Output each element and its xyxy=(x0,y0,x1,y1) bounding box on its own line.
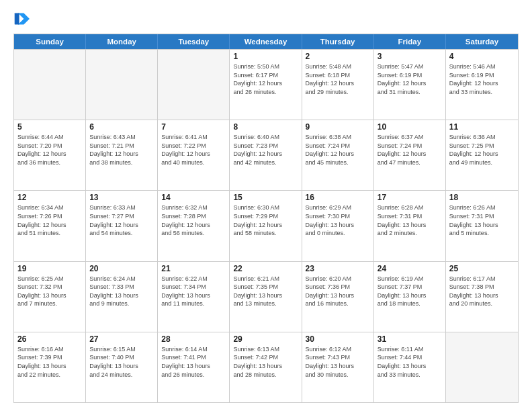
calendar-row-4: 26Sunrise: 6:16 AM Sunset: 7:39 PM Dayli… xyxy=(14,332,518,402)
day-number: 4 xyxy=(449,52,515,61)
calendar-cell-4-1: 27Sunrise: 6:15 AM Sunset: 7:40 PM Dayli… xyxy=(86,332,158,402)
cell-info: Sunrise: 6:16 AM Sunset: 7:39 PM Dayligh… xyxy=(17,345,82,379)
calendar: SundayMondayTuesdayWednesdayThursdayFrid… xyxy=(13,34,519,403)
day-number: 6 xyxy=(89,122,154,132)
cell-info: Sunrise: 6:11 AM Sunset: 7:44 PM Dayligh… xyxy=(378,345,442,379)
day-number: 10 xyxy=(378,122,442,132)
calendar-cell-2-5: 17Sunrise: 6:28 AM Sunset: 7:31 PM Dayli… xyxy=(374,191,446,261)
cell-info: Sunrise: 6:43 AM Sunset: 7:21 PM Dayligh… xyxy=(89,133,154,167)
day-number: 13 xyxy=(89,193,154,202)
day-number: 8 xyxy=(233,122,298,132)
day-number: 17 xyxy=(378,193,442,202)
day-number: 22 xyxy=(233,264,298,273)
calendar-cell-1-4: 9Sunrise: 6:38 AM Sunset: 7:24 PM Daylig… xyxy=(302,120,374,190)
svg-marker-0 xyxy=(18,13,30,24)
calendar-cell-1-2: 7Sunrise: 6:41 AM Sunset: 7:22 PM Daylig… xyxy=(158,120,230,190)
day-number: 18 xyxy=(449,193,515,202)
calendar-body: 1Sunrise: 5:50 AM Sunset: 6:17 PM Daylig… xyxy=(14,49,518,402)
cell-info: Sunrise: 6:38 AM Sunset: 7:24 PM Dayligh… xyxy=(306,133,370,167)
day-number: 15 xyxy=(233,193,298,202)
day-number: 5 xyxy=(17,122,82,132)
weekday-header-tuesday: Tuesday xyxy=(158,34,230,49)
cell-info: Sunrise: 5:50 AM Sunset: 6:17 PM Dayligh… xyxy=(233,62,298,96)
cell-info: Sunrise: 6:29 AM Sunset: 7:30 PM Dayligh… xyxy=(306,203,370,237)
weekday-header-monday: Monday xyxy=(86,34,158,49)
calendar-cell-0-6: 4Sunrise: 5:46 AM Sunset: 6:19 PM Daylig… xyxy=(446,50,518,120)
cell-info: Sunrise: 6:22 AM Sunset: 7:34 PM Dayligh… xyxy=(161,275,226,308)
calendar-cell-4-2: 28Sunrise: 6:14 AM Sunset: 7:41 PM Dayli… xyxy=(158,332,230,402)
cell-info: Sunrise: 6:34 AM Sunset: 7:26 PM Dayligh… xyxy=(17,203,82,237)
calendar-cell-2-1: 13Sunrise: 6:33 AM Sunset: 7:27 PM Dayli… xyxy=(86,191,158,261)
day-number: 23 xyxy=(306,264,370,273)
calendar-cell-1-1: 6Sunrise: 6:43 AM Sunset: 7:21 PM Daylig… xyxy=(86,120,158,190)
cell-info: Sunrise: 6:14 AM Sunset: 7:41 PM Dayligh… xyxy=(161,345,226,379)
logo-icon xyxy=(13,11,30,27)
calendar-cell-3-6: 25Sunrise: 6:17 AM Sunset: 7:38 PM Dayli… xyxy=(446,262,518,332)
weekday-header-sunday: Sunday xyxy=(14,34,86,49)
calendar-cell-0-2 xyxy=(158,50,230,120)
svg-rect-1 xyxy=(15,13,19,24)
day-number: 2 xyxy=(306,52,370,61)
cell-info: Sunrise: 6:21 AM Sunset: 7:35 PM Dayligh… xyxy=(233,275,298,308)
calendar-cell-3-0: 19Sunrise: 6:25 AM Sunset: 7:32 PM Dayli… xyxy=(14,262,86,332)
cell-info: Sunrise: 6:41 AM Sunset: 7:22 PM Dayligh… xyxy=(161,133,226,167)
cell-info: Sunrise: 6:15 AM Sunset: 7:40 PM Dayligh… xyxy=(89,345,154,379)
calendar-cell-1-5: 10Sunrise: 6:37 AM Sunset: 7:24 PM Dayli… xyxy=(374,120,446,190)
calendar-cell-1-3: 8Sunrise: 6:40 AM Sunset: 7:23 PM Daylig… xyxy=(230,120,302,190)
day-number: 30 xyxy=(306,334,370,344)
day-number: 24 xyxy=(378,264,442,273)
weekday-header-thursday: Thursday xyxy=(302,34,374,49)
day-number: 25 xyxy=(449,264,515,273)
weekday-header-saturday: Saturday xyxy=(446,34,518,49)
calendar-cell-2-0: 12Sunrise: 6:34 AM Sunset: 7:26 PM Dayli… xyxy=(14,191,86,261)
calendar-cell-3-2: 21Sunrise: 6:22 AM Sunset: 7:34 PM Dayli… xyxy=(158,262,230,332)
cell-info: Sunrise: 6:36 AM Sunset: 7:25 PM Dayligh… xyxy=(449,133,515,167)
cell-info: Sunrise: 6:26 AM Sunset: 7:31 PM Dayligh… xyxy=(449,203,515,237)
day-number: 9 xyxy=(306,122,370,132)
calendar-cell-4-4: 30Sunrise: 6:12 AM Sunset: 7:43 PM Dayli… xyxy=(302,332,374,402)
calendar-cell-2-4: 16Sunrise: 6:29 AM Sunset: 7:30 PM Dayli… xyxy=(302,191,374,261)
day-number: 11 xyxy=(449,122,515,132)
page: SundayMondayTuesdayWednesdayThursdayFrid… xyxy=(0,0,532,411)
calendar-cell-0-3: 1Sunrise: 5:50 AM Sunset: 6:17 PM Daylig… xyxy=(230,50,302,120)
cell-info: Sunrise: 6:32 AM Sunset: 7:28 PM Dayligh… xyxy=(161,203,226,237)
day-number: 12 xyxy=(17,193,82,202)
calendar-cell-3-3: 22Sunrise: 6:21 AM Sunset: 7:35 PM Dayli… xyxy=(230,262,302,332)
day-number: 26 xyxy=(17,334,82,344)
logo xyxy=(13,11,32,27)
calendar-cell-2-6: 18Sunrise: 6:26 AM Sunset: 7:31 PM Dayli… xyxy=(446,191,518,261)
cell-info: Sunrise: 5:46 AM Sunset: 6:19 PM Dayligh… xyxy=(449,62,515,96)
calendar-cell-4-0: 26Sunrise: 6:16 AM Sunset: 7:39 PM Dayli… xyxy=(14,332,86,402)
calendar-row-1: 5Sunrise: 6:44 AM Sunset: 7:20 PM Daylig… xyxy=(14,120,518,190)
calendar-cell-0-1 xyxy=(86,50,158,120)
cell-info: Sunrise: 6:40 AM Sunset: 7:23 PM Dayligh… xyxy=(233,133,298,167)
weekday-header-wednesday: Wednesday xyxy=(230,34,302,49)
calendar-cell-3-1: 20Sunrise: 6:24 AM Sunset: 7:33 PM Dayli… xyxy=(86,262,158,332)
day-number: 31 xyxy=(378,334,442,344)
day-number: 7 xyxy=(161,122,226,132)
day-number: 19 xyxy=(17,264,82,273)
cell-info: Sunrise: 6:17 AM Sunset: 7:38 PM Dayligh… xyxy=(449,275,515,308)
day-number: 21 xyxy=(161,264,226,273)
weekday-header-friday: Friday xyxy=(374,34,446,49)
cell-info: Sunrise: 6:13 AM Sunset: 7:42 PM Dayligh… xyxy=(233,345,298,379)
cell-info: Sunrise: 6:28 AM Sunset: 7:31 PM Dayligh… xyxy=(378,203,442,237)
day-number: 1 xyxy=(233,52,298,61)
cell-info: Sunrise: 6:12 AM Sunset: 7:43 PM Dayligh… xyxy=(306,345,370,379)
day-number: 29 xyxy=(233,334,298,344)
calendar-header: SundayMondayTuesdayWednesdayThursdayFrid… xyxy=(14,34,518,49)
cell-info: Sunrise: 5:47 AM Sunset: 6:19 PM Dayligh… xyxy=(378,62,442,96)
cell-info: Sunrise: 5:48 AM Sunset: 6:18 PM Dayligh… xyxy=(306,62,370,96)
calendar-cell-3-4: 23Sunrise: 6:20 AM Sunset: 7:36 PM Dayli… xyxy=(302,262,374,332)
cell-info: Sunrise: 6:44 AM Sunset: 7:20 PM Dayligh… xyxy=(17,133,82,167)
cell-info: Sunrise: 6:25 AM Sunset: 7:32 PM Dayligh… xyxy=(17,275,82,308)
calendar-cell-0-0 xyxy=(14,50,86,120)
cell-info: Sunrise: 6:19 AM Sunset: 7:37 PM Dayligh… xyxy=(378,275,442,308)
day-number: 28 xyxy=(161,334,226,344)
cell-info: Sunrise: 6:24 AM Sunset: 7:33 PM Dayligh… xyxy=(89,275,154,308)
calendar-row-0: 1Sunrise: 5:50 AM Sunset: 6:17 PM Daylig… xyxy=(14,49,518,120)
calendar-cell-1-0: 5Sunrise: 6:44 AM Sunset: 7:20 PM Daylig… xyxy=(14,120,86,190)
cell-info: Sunrise: 6:20 AM Sunset: 7:36 PM Dayligh… xyxy=(306,275,370,308)
day-number: 16 xyxy=(306,193,370,202)
calendar-cell-4-5: 31Sunrise: 6:11 AM Sunset: 7:44 PM Dayli… xyxy=(374,332,446,402)
